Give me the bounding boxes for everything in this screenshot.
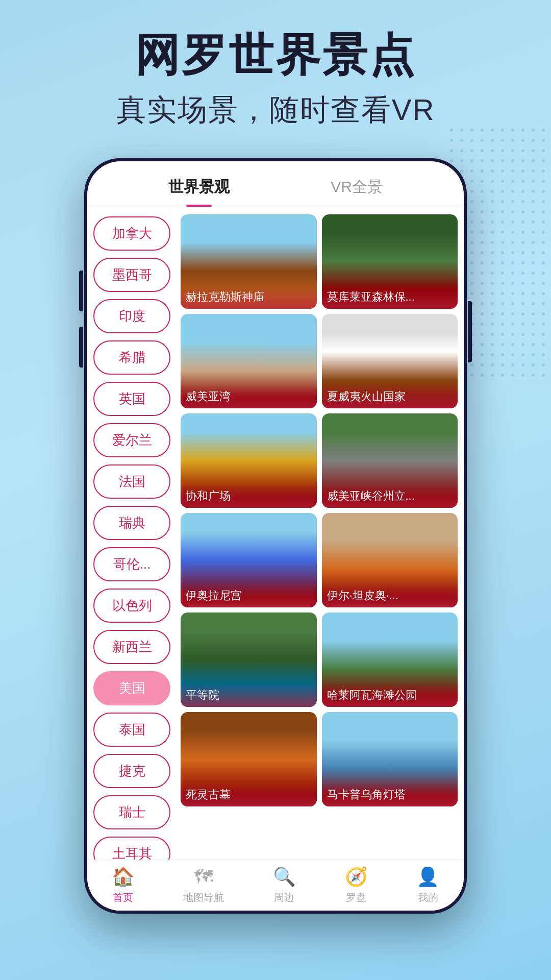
nav-label-nearby: 周边: [274, 891, 294, 904]
nav-item-map[interactable]: 🗺地图导航: [183, 866, 224, 904]
sidebar-item-1[interactable]: 墨西哥: [93, 258, 170, 292]
sidebar-item-0[interactable]: 加拿大: [93, 216, 170, 251]
home-icon: 🏠: [112, 866, 135, 888]
sidebar: 加拿大墨西哥印度希腊英国爱尔兰法国瑞典哥伦...以色列新西兰美国泰国捷克瑞士土耳…: [87, 206, 177, 911]
grid-row-4: 平等院哈莱阿瓦海滩公园: [181, 612, 458, 707]
grid-cell-0-1[interactable]: 莫库莱亚森林保...: [322, 214, 458, 309]
grid-cell-label-0-1: 莫库莱亚森林保...: [322, 285, 458, 309]
sidebar-item-5[interactable]: 爱尔兰: [93, 423, 170, 457]
nav-item-mine[interactable]: 👤我的: [416, 866, 439, 904]
nav-item-nearby[interactable]: 🔍周边: [273, 866, 296, 904]
nav-label-map: 地图导航: [183, 891, 224, 904]
phone-btn-volume-up: [79, 271, 83, 311]
sidebar-item-6[interactable]: 法国: [93, 464, 170, 499]
grid-cell-label-1-1: 夏威夷火山国家: [322, 385, 458, 408]
sidebar-item-9[interactable]: 以色列: [93, 589, 170, 623]
sidebar-item-11[interactable]: 美国: [93, 671, 170, 705]
grid-cell-label-4-0: 平等院: [181, 683, 317, 707]
grid-row-3: 伊奥拉尼宫伊尔·坦皮奥·...: [181, 513, 458, 607]
sidebar-item-14[interactable]: 瑞士: [93, 795, 170, 829]
bottom-nav: 🏠首页🗺地图导航🔍周边🧭罗盘👤我的: [87, 860, 464, 911]
grid-cell-3-1[interactable]: 伊尔·坦皮奥·...: [322, 513, 458, 607]
sidebar-item-3[interactable]: 希腊: [93, 340, 170, 375]
grid-cell-1-1[interactable]: 夏威夷火山国家: [322, 314, 458, 408]
grid-cell-2-0[interactable]: 协和广场: [181, 413, 317, 508]
sidebar-item-10[interactable]: 新西兰: [93, 630, 170, 664]
compass-icon: 🧭: [345, 866, 368, 888]
phone-inner: 世界景观 VR全景 加拿大墨西哥印度希腊英国爱尔兰法国瑞典哥伦...以色列新西兰…: [87, 161, 464, 911]
tab-vr-panorama[interactable]: VR全景: [331, 177, 383, 206]
phone-btn-volume-down: [79, 327, 83, 368]
sidebar-item-2[interactable]: 印度: [93, 299, 170, 333]
grid-row-0: 赫拉克勒斯神庙莫库莱亚森林保...: [181, 214, 458, 309]
grid-cell-label-3-1: 伊尔·坦皮奥·...: [322, 584, 458, 607]
grid-cell-label-0-0: 赫拉克勒斯神庙: [181, 285, 317, 309]
phone-mockup: 世界景观 VR全景 加拿大墨西哥印度希腊英国爱尔兰法国瑞典哥伦...以色列新西兰…: [84, 158, 467, 914]
grid-cell-label-3-0: 伊奥拉尼宫: [181, 584, 317, 607]
sidebar-item-13[interactable]: 捷克: [93, 754, 170, 788]
sub-title: 真实场景，随时查看VR: [0, 90, 551, 130]
sidebar-item-8[interactable]: 哥伦...: [93, 547, 170, 581]
grid-cell-4-0[interactable]: 平等院: [181, 612, 317, 707]
phone-btn-power: [468, 301, 472, 362]
nearby-icon: 🔍: [273, 866, 296, 888]
grid-cell-3-0[interactable]: 伊奥拉尼宫: [181, 513, 317, 607]
nav-item-home[interactable]: 🏠首页: [112, 866, 135, 904]
sidebar-item-12[interactable]: 泰国: [93, 713, 170, 747]
grid-cell-0-0[interactable]: 赫拉克勒斯神庙: [181, 214, 317, 309]
content-area: 加拿大墨西哥印度希腊英国爱尔兰法国瑞典哥伦...以色列新西兰美国泰国捷克瑞士土耳…: [87, 206, 464, 911]
main-title: 网罗世界景点: [0, 31, 551, 80]
header-area: 网罗世界景点 真实场景，随时查看VR: [0, 0, 551, 130]
map-icon: 🗺: [194, 866, 213, 888]
grid-cell-1-0[interactable]: 威美亚湾: [181, 314, 317, 408]
sidebar-item-4[interactable]: 英国: [93, 382, 170, 416]
tabs-bar: 世界景观 VR全景: [87, 161, 464, 206]
tab-world-scenery[interactable]: 世界景观: [168, 177, 230, 206]
grid-cell-4-1[interactable]: 哈莱阿瓦海滩公园: [322, 612, 458, 707]
nav-item-compass[interactable]: 🧭罗盘: [345, 866, 368, 904]
grid-row-5: 死灵古墓马卡普乌角灯塔: [181, 712, 458, 806]
grid-cell-label-5-0: 死灵古墓: [181, 783, 317, 806]
nav-label-mine: 我的: [418, 891, 438, 904]
grid-cell-label-4-1: 哈莱阿瓦海滩公园: [322, 683, 458, 707]
grid-row-2: 协和广场威美亚峡谷州立...: [181, 413, 458, 508]
grid-row-1: 威美亚湾夏威夷火山国家: [181, 314, 458, 408]
grid-cell-label-5-1: 马卡普乌角灯塔: [322, 783, 458, 806]
grid-cell-label-2-0: 协和广场: [181, 484, 317, 508]
grid-cell-label-1-0: 威美亚湾: [181, 385, 317, 408]
nav-label-compass: 罗盘: [346, 891, 366, 904]
grid-cell-5-0[interactable]: 死灵古墓: [181, 712, 317, 806]
grid-cell-5-1[interactable]: 马卡普乌角灯塔: [322, 712, 458, 806]
mine-icon: 👤: [416, 866, 439, 888]
sidebar-item-7[interactable]: 瑞典: [93, 506, 170, 540]
grid-cell-2-1[interactable]: 威美亚峡谷州立...: [322, 413, 458, 508]
grid-area: 赫拉克勒斯神庙莫库莱亚森林保...威美亚湾夏威夷火山国家协和广场威美亚峡谷州立.…: [177, 206, 464, 911]
nav-label-home: 首页: [113, 891, 133, 904]
grid-cell-label-2-1: 威美亚峡谷州立...: [322, 484, 458, 508]
